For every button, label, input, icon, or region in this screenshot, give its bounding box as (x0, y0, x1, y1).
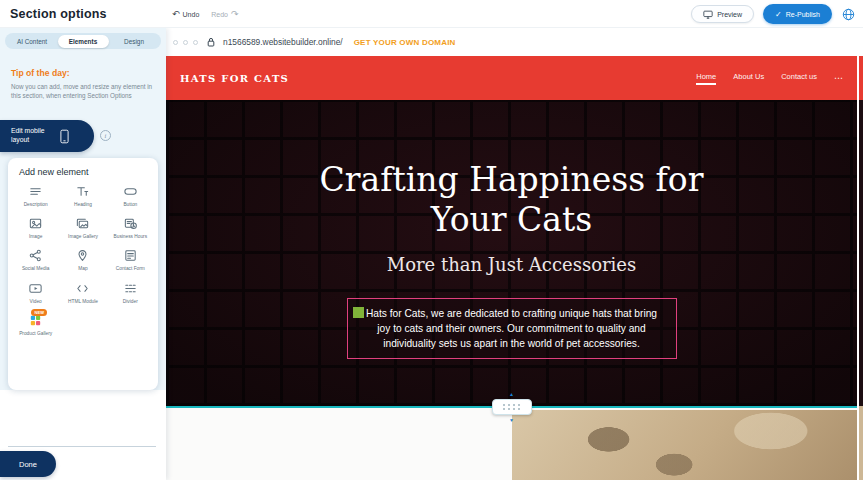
element-item-video[interactable]: Video (13, 281, 58, 305)
tip-body: Now you can add, move and resize any ele… (11, 82, 156, 101)
element-drag-handle[interactable] (353, 307, 364, 318)
topbar: Section options ↶ Undo Redo ↷ Preview ✓ … (0, 0, 863, 28)
code-icon (72, 281, 94, 296)
window-dot (173, 40, 178, 45)
element-item-image-gallery[interactable]: Image Gallery (60, 216, 105, 240)
site-logo[interactable]: Hats for Cats (180, 73, 289, 84)
globe-icon (842, 8, 855, 21)
image-gallery-icon (72, 216, 94, 231)
undo-button[interactable]: ↶ Undo (172, 10, 199, 19)
browser-bar: n1566589.websitebuilder.online/ GET YOUR… (166, 28, 857, 56)
get-domain-link[interactable]: GET YOUR OWN DOMAIN (354, 38, 456, 47)
nav-item-home[interactable]: Home (696, 72, 716, 85)
sidebar-tabs: AI Content Elements Design (5, 33, 161, 49)
business-hours-icon (119, 216, 141, 231)
window-dot (183, 40, 188, 45)
element-item-heading[interactable]: Heading (60, 184, 105, 208)
undo-redo-group: ↶ Undo Redo ↷ (172, 0, 239, 28)
preview-button[interactable]: Preview (691, 5, 754, 23)
window-dot (193, 40, 198, 45)
element-grid: Description Heading Button Image Image G… (13, 184, 153, 337)
site-header: Hats for Cats Home About Us Contact us ⋯ (166, 56, 857, 100)
heading-icon (72, 184, 94, 199)
redo-label: Redo (211, 11, 228, 18)
republish-label: Re-Publish (786, 11, 820, 18)
redo-button[interactable]: Redo ↷ (211, 10, 238, 19)
tip-heading: Tip of the day: (11, 68, 156, 78)
section-resize-handle[interactable] (492, 399, 532, 415)
edit-mobile-label: Edit mobile layout (11, 127, 53, 145)
share-icon (25, 248, 47, 263)
tip-of-the-day: Tip of the day: Now you can add, move an… (11, 68, 156, 101)
element-item-map[interactable]: Map (60, 248, 105, 272)
undo-icon: ↶ (172, 10, 180, 19)
contact-form-icon (119, 248, 141, 263)
check-icon: ✓ (775, 10, 782, 19)
preview-label: Preview (717, 11, 742, 18)
app-window: Section options ↶ Undo Redo ↷ Preview ✓ … (0, 0, 863, 480)
add-element-title: Add new element (19, 167, 153, 177)
tab-ai-content[interactable]: AI Content (7, 35, 58, 48)
language-globe-button[interactable] (841, 7, 855, 21)
hero-subtitle: More than Just Accessories (387, 254, 637, 275)
video-icon (25, 281, 47, 296)
element-item-description[interactable]: Description (13, 184, 58, 208)
map-pin-icon (72, 248, 94, 263)
tab-design[interactable]: Design (109, 35, 160, 48)
page-edge-strip (857, 28, 863, 480)
hero-paragraph-selected[interactable]: Hats for Cats, we are dedicated to craft… (347, 298, 677, 360)
element-item-business-hours[interactable]: Business Hours (108, 216, 153, 240)
button-icon (119, 184, 141, 199)
element-item-image[interactable]: Image (13, 216, 58, 240)
image-icon (25, 216, 47, 231)
info-icon[interactable]: i (100, 130, 111, 141)
sidebar-divider (8, 446, 156, 447)
edit-mobile-layout-button[interactable]: Edit mobile layout (0, 120, 94, 152)
new-badge: NEW (31, 309, 47, 316)
done-button[interactable]: Done (0, 451, 56, 477)
hero-paragraph-text: Hats for Cats, we are dedicated to craft… (366, 308, 657, 350)
element-item-divider[interactable]: Divider (108, 281, 153, 305)
divider-icon (119, 281, 141, 296)
handle-dots (503, 404, 520, 406)
undo-label: Undo (183, 11, 200, 18)
topbar-actions: Preview ✓ Re-Publish (691, 0, 855, 28)
tab-elements[interactable]: Elements (58, 35, 109, 48)
add-element-panel: Add new element Description Heading Butt… (8, 158, 158, 390)
handle-dots (503, 408, 520, 410)
monitor-icon (703, 10, 713, 19)
site-preview: n1566589.websitebuilder.online/ GET YOUR… (166, 28, 863, 480)
hero-title: Crafting Happiness for Your Cats (302, 160, 722, 241)
element-item-contact-form[interactable]: Contact Form (108, 248, 153, 272)
nav-item-contact[interactable]: Contact us (781, 72, 817, 85)
nav-item-about[interactable]: About Us (733, 72, 764, 85)
element-item-product-gallery[interactable]: NEW Product Gallery (13, 313, 58, 337)
site-url: n1566589.websitebuilder.online/ (223, 37, 343, 47)
element-item-social-media[interactable]: Social Media (13, 248, 58, 272)
element-item-button[interactable]: Button (108, 184, 153, 208)
mobile-phone-icon (60, 129, 69, 144)
sidebar: AI Content Elements Design Tip of the da… (0, 28, 166, 480)
lock-icon (207, 37, 215, 47)
redo-icon: ↷ (231, 10, 239, 19)
resize-arrow-down-icon: ▼ (166, 418, 857, 423)
element-item-html-module[interactable]: HTML Module (60, 281, 105, 305)
republish-button[interactable]: ✓ Re-Publish (763, 4, 832, 24)
hero-section: Crafting Happiness for Your Cats More th… (166, 100, 857, 406)
resize-arrow-up-icon: ▲ (166, 392, 857, 397)
hero-content: Crafting Happiness for Your Cats More th… (166, 100, 857, 406)
page-title: Section options (10, 7, 107, 21)
site-nav: Home About Us Contact us ⋯ (696, 72, 843, 85)
text-lines-icon (25, 184, 47, 199)
